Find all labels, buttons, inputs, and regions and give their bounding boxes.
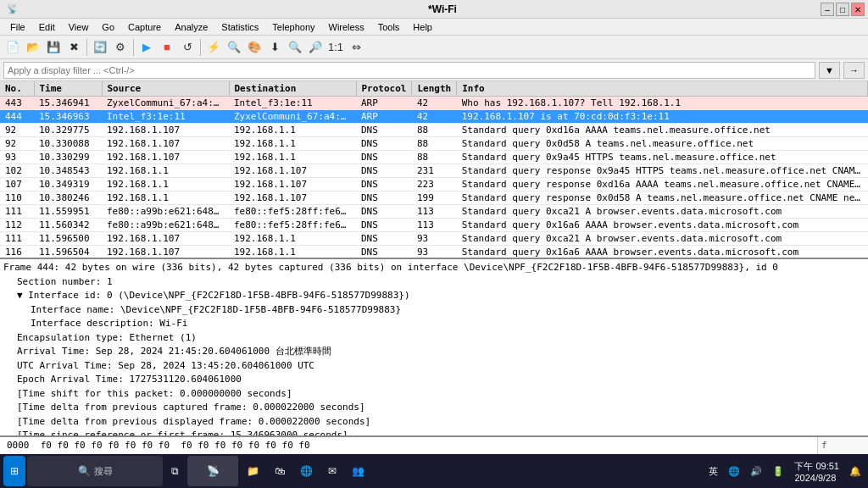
zoom-in-button[interactable]: 🔍 — [286, 38, 304, 57]
minimize-button[interactable]: – — [821, 3, 834, 16]
cell-source: 192.168.1.107 — [102, 151, 229, 164]
taskbar: ⊞ 🔍 搜尋 ⧉ 📡 📁 🛍 🌐 ✉ 👥 英 🌐 🔊 🔋 下午 09:51202… — [0, 454, 868, 488]
filter-select-button[interactable]: 🔍 — [225, 38, 243, 57]
cell-length: 42 — [412, 97, 457, 110]
close-button[interactable]: ✕ — [851, 3, 865, 16]
maximize-button[interactable]: □ — [836, 3, 849, 16]
battery-icon[interactable]: 🔋 — [769, 464, 787, 479]
stop-capture-button[interactable]: ■ — [158, 38, 176, 57]
table-row[interactable]: 11211.560342fe80::a99b:e621:648...fe80::… — [0, 219, 868, 232]
menu-item-help[interactable]: Help — [406, 20, 439, 34]
table-row[interactable]: 44415.346963Intel_f3:1e:11ZyxelCommuni_6… — [0, 110, 868, 124]
ime-indicator[interactable]: 英 — [705, 463, 721, 480]
start-capture-button[interactable]: ▶ — [137, 38, 156, 57]
restart-button[interactable]: ↺ — [178, 38, 197, 57]
menu-item-capture[interactable]: Capture — [121, 20, 168, 34]
auto-scroll-button[interactable]: ⬇ — [265, 38, 284, 57]
browser-button[interactable]: 🌐 — [293, 456, 320, 486]
table-row[interactable]: 9210.329775192.168.1.107192.168.1.1DNS88… — [0, 124, 868, 137]
cell-no: 111 — [0, 205, 34, 219]
cell-protocol: DNS — [356, 232, 412, 246]
cell-length: 93 — [412, 232, 457, 246]
detail-line: Encapsulation type: Ethernet (1) — [3, 331, 865, 346]
table-row[interactable]: 10210.348543192.168.1.1192.168.1.107DNS2… — [0, 164, 868, 178]
search-button[interactable]: 🔍 搜尋 — [27, 456, 163, 486]
teams-button[interactable]: 👥 — [345, 456, 371, 486]
menu-item-go[interactable]: Go — [95, 20, 121, 34]
menu-item-file[interactable]: File — [3, 20, 32, 34]
save-button[interactable]: 💾 — [44, 38, 63, 57]
filter-expr-button[interactable]: ⚡ — [204, 38, 223, 57]
menu-item-view[interactable]: View — [62, 20, 96, 34]
packet-list[interactable]: No. Time Source Destination Protocol Len… — [0, 81, 868, 259]
zoom-reset-button[interactable]: 1:1 — [326, 38, 345, 57]
notification-button[interactable]: 🔔 — [846, 464, 865, 479]
cell-info: Who has 192.168.1.107? Tell 192.168.1.1 — [457, 97, 868, 110]
cell-source: 192.168.1.107 — [102, 246, 229, 259]
menu-item-analyze[interactable]: Analyze — [168, 20, 214, 34]
capture-options-button[interactable]: ⚙ — [111, 38, 130, 57]
cell-destination: ZyxelCommuni_67:a4:... — [229, 110, 356, 124]
table-row[interactable]: 11010.380246192.168.1.1192.168.1.107DNS1… — [0, 191, 868, 205]
packet-table: No. Time Source Destination Protocol Len… — [0, 81, 868, 259]
wireshark-taskbar-item[interactable]: 📡 — [187, 456, 238, 486]
table-row[interactable]: 9210.330088192.168.1.107192.168.1.1DNS88… — [0, 137, 868, 151]
wireshark-icon: 📡 — [207, 465, 220, 477]
cell-source: ZyxelCommuni_67:a4:... — [102, 97, 229, 110]
detail-panel[interactable]: Frame 444: 42 bytes on wire (336 bits), … — [0, 259, 868, 437]
open-button[interactable]: 📂 — [24, 38, 42, 57]
menu-item-wireless[interactable]: Wireless — [322, 20, 371, 34]
resize-columns-button[interactable]: ⇔ — [347, 38, 365, 57]
explorer-button[interactable]: 📁 — [240, 456, 266, 486]
menu-item-statistics[interactable]: Statistics — [214, 20, 265, 34]
cell-source: fe80::a99b:e621:648... — [102, 205, 229, 219]
cell-destination: 192.168.1.1 — [229, 124, 356, 137]
volume-icon[interactable]: 🔊 — [747, 464, 765, 479]
task-view-button[interactable]: ⧉ — [164, 456, 186, 486]
table-row[interactable]: 10710.349319192.168.1.1192.168.1.107DNS2… — [0, 178, 868, 191]
filter-arrow-button[interactable]: ▼ — [819, 62, 840, 79]
cell-info: Standard query 0x9a45 HTTPS teams.nel.me… — [457, 151, 868, 164]
store-button[interactable]: 🛍 — [268, 456, 292, 486]
table-row[interactable]: 44315.346941ZyxelCommuni_67:a4:...Intel_… — [0, 97, 868, 110]
table-row[interactable]: 9310.330299192.168.1.107192.168.1.1DNS88… — [0, 151, 868, 164]
cell-info: Standard query 0xca21 A browser.events.d… — [457, 232, 868, 246]
mail-button[interactable]: ✉ — [321, 456, 343, 486]
network-icon[interactable]: 🌐 — [725, 464, 743, 479]
menu-item-tools[interactable]: Tools — [371, 20, 407, 34]
search-label: 搜尋 — [94, 465, 113, 478]
cell-info: Standard query response 0x0d58 A teams.n… — [457, 191, 868, 205]
table-row[interactable]: 11111.596500192.168.1.107192.168.1.1DNS9… — [0, 232, 868, 246]
detail-line: Frame 444: 42 bytes on wire (336 bits), … — [3, 261, 865, 275]
cell-no: 443 — [0, 97, 34, 110]
table-row[interactable]: 11611.596504192.168.1.107192.168.1.1DNS9… — [0, 246, 868, 259]
colorize-button[interactable]: 🎨 — [245, 38, 264, 57]
cell-time: 10.330088 — [34, 137, 102, 151]
cell-protocol: DNS — [356, 191, 412, 205]
cell-destination: 192.168.1.107 — [229, 191, 356, 205]
cell-destination: Intel_f3:1e:11 — [229, 97, 356, 110]
menu-item-edit[interactable]: Edit — [32, 20, 62, 34]
close-file-button[interactable]: ✖ — [64, 38, 83, 57]
cell-source: fe80::a99b:e621:648... — [102, 219, 229, 232]
menu-item-telephony[interactable]: Telephony — [265, 20, 321, 34]
detail-line: [Time delta from previous displayed fram… — [3, 415, 865, 430]
table-row[interactable]: 11111.559951fe80::a99b:e621:648...fe80::… — [0, 205, 868, 219]
cell-info: Standard query 0x16a6 AAAA browser.event… — [457, 246, 868, 259]
detail-line[interactable]: ▼ Interface id: 0 (\Device\NPF_{F2C2F18D… — [3, 289, 865, 303]
start-button[interactable]: ⊞ — [3, 456, 25, 486]
header-no: No. — [0, 81, 34, 97]
zoom-out-button[interactable]: 🔎 — [306, 38, 325, 57]
new-capture-button[interactable]: 📄 — [3, 38, 22, 57]
filter-apply-button[interactable]: → — [843, 62, 865, 79]
cell-source: Intel_f3:1e:11 — [102, 110, 229, 124]
toolbar: 📄 📂 💾 ✖ 🔄 ⚙ ▶ ■ ↺ ⚡ 🔍 🎨 ⬇ 🔍 🔎 1:1 ⇔ — [0, 36, 868, 59]
reload-button[interactable]: 🔄 — [91, 38, 109, 57]
cell-time: 10.380246 — [34, 191, 102, 205]
cell-no: 444 — [0, 110, 34, 124]
cell-source: 192.168.1.107 — [102, 232, 229, 246]
separator-2 — [133, 39, 134, 56]
display-filter-input[interactable] — [3, 62, 815, 79]
detail-line: UTC Arrival Time: Sep 28, 2024 13:45:20.… — [3, 359, 865, 374]
cell-time: 15.346941 — [34, 97, 102, 110]
